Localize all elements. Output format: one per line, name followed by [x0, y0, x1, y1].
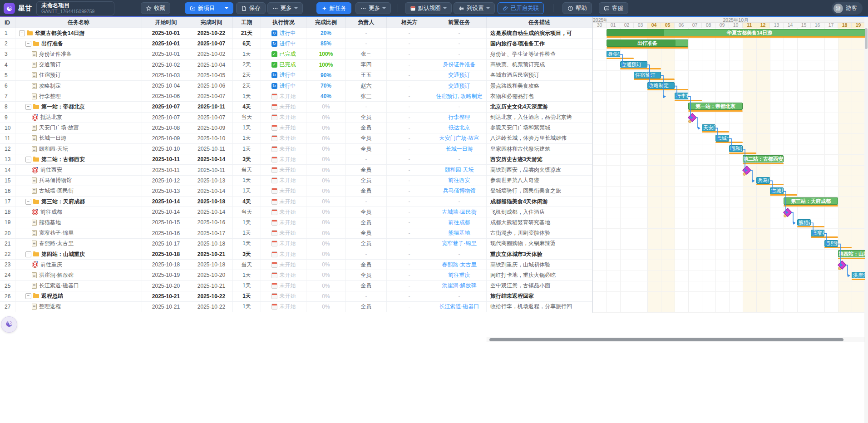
horizontal-scrollbar-thumb[interactable] [489, 338, 843, 341]
predecessor-link[interactable]: 抵达北京 [449, 124, 470, 132]
predecessor-link[interactable]: 长城一日游 [446, 145, 473, 153]
day-header-15[interactable]: 15 [797, 23, 811, 28]
predecessor-link[interactable]: 长江索道·磁器口 [439, 303, 479, 310]
predecessor-link[interactable]: 古城墙·回民街 [442, 208, 477, 216]
column-header-0[interactable]: ID [0, 17, 15, 28]
horizontal-scrollbar[interactable] [487, 337, 864, 342]
gantt-summary-bar[interactable]: 第一站：帝都北京 [688, 103, 743, 110]
table-row[interactable]: 9抵达北京2025-10-072025-10-07当天未开始0%全员-行李整理到… [0, 113, 592, 123]
table-row[interactable]: 18前往成都2025-10-142025-10-14当天未开始0%全员-古城墙·… [0, 207, 592, 217]
collapse-toggle[interactable]: − [25, 104, 31, 110]
collapse-toggle[interactable]: − [25, 157, 31, 162]
day-header-09[interactable]: 09 [715, 23, 729, 28]
gantt-summary-bar[interactable]: 华夏古都美食14日游 [607, 29, 865, 36]
table-row[interactable]: 10天安门广场·故宫2025-10-082025-10-091天未开始0%全员-… [0, 123, 592, 133]
table-row[interactable]: 16古城墙·回民街2025-10-132025-10-141天未开始0%全员-兵… [0, 186, 592, 197]
gantt-task-bar[interactable]: 熊猫基地 [797, 219, 811, 226]
new-project-button[interactable]: 新项目 [185, 2, 233, 14]
theme-floating-button[interactable]: ☯ [1, 316, 17, 333]
support-button[interactable]: 客服 [599, 2, 628, 14]
link-toggle-button[interactable]: 已开启关联 [498, 2, 544, 14]
table-row[interactable]: 21春熙路·太古里2025-10-172025-10-181天未开始0%全员-宽… [0, 239, 592, 249]
gantt-task-bar[interactable]: 身份证件准备 [607, 51, 620, 58]
table-row[interactable]: 13−第二站：古都西安2025-10-112025-10-143天未开始0%--… [0, 154, 592, 165]
day-header-18[interactable]: 18 [838, 23, 852, 28]
day-header-07[interactable]: 07 [688, 23, 702, 28]
default-view-button[interactable]: 默认视图 [405, 2, 452, 14]
predecessor-link[interactable]: 前往成都 [449, 219, 470, 226]
user-menu[interactable]: 游 游客 [832, 2, 863, 15]
predecessor-link[interactable]: 身份证件准备 [443, 61, 476, 69]
table-row[interactable]: 6攻略制定2025-10-042025-10-062天↻进行中70%赵六-交通预… [0, 81, 592, 91]
collapse-toggle[interactable]: − [25, 41, 31, 47]
predecessor-link[interactable]: 交通预订 [449, 71, 470, 79]
column-header-7[interactable]: 负责人 [346, 17, 387, 28]
gantt-task-bar[interactable]: 兵马俑博物馆 [756, 177, 770, 184]
app-logo-icon[interactable]: ☯ [4, 3, 15, 14]
help-button[interactable]: ? 帮助 [562, 2, 592, 14]
more-button-1[interactable]: 更多 [267, 2, 303, 14]
day-header-01[interactable]: 01 [607, 23, 620, 28]
predecessor-link[interactable]: 前往重庆 [449, 271, 470, 279]
table-row[interactable]: 11长城一日游2025-10-092025-10-101天未开始0%全员-天安门… [0, 133, 592, 144]
day-header-17[interactable]: 17 [824, 23, 838, 28]
table-row[interactable]: 26−返程总结2025-10-212025-10-221天未开始0%---旅行结… [0, 291, 592, 302]
column-header-6[interactable]: 完成比例 [306, 17, 346, 28]
gantt-summary-bar[interactable]: 第四站：山城重庆 [838, 250, 865, 257]
collapse-toggle[interactable]: − [25, 199, 31, 205]
table-row[interactable]: 24洪崖洞·解放碑2025-10-192025-10-201天未开始0%全员-前… [0, 270, 592, 280]
table-row[interactable]: 22−第四站：山城重庆2025-10-182025-10-213天未开始0%--… [0, 249, 592, 260]
predecessor-link[interactable]: 熊猫基地 [449, 229, 470, 237]
table-row[interactable]: 14前往西安2025-10-112025-10-11当天未开始0%全员-颐和园·… [0, 165, 592, 175]
collapse-toggle[interactable]: − [25, 251, 31, 257]
project-name-box[interactable]: 未命名项目 GANTT_1764415099759 [36, 1, 114, 15]
predecessor-link[interactable]: 春熙路·太古里 [442, 261, 477, 269]
favorite-button[interactable]: 收藏 [141, 2, 170, 14]
table-row[interactable]: 8−第一站：帝都北京2025-10-072025-10-114天未开始0%---… [0, 102, 592, 112]
gantt-task-bar[interactable]: 住宿预订 [634, 72, 661, 79]
table-row[interactable]: 25长江索道·磁器口2025-10-202025-10-211天未开始0%全员-… [0, 281, 592, 291]
gantt-summary-bar[interactable]: 出行准备 [607, 39, 688, 47]
table-row[interactable]: 23前往重庆2025-10-182025-10-18当天未开始0%全员-春熙路·… [0, 260, 592, 270]
gantt-task-bar[interactable]: 宽窄巷子·锦里 [811, 230, 824, 236]
day-header-03[interactable]: 03 [634, 23, 647, 28]
gantt-task-bar[interactable]: 行李整理 [675, 93, 688, 99]
table-row[interactable]: 12颐和园·天坛2025-10-102025-10-111天未开始0%全员-长城… [0, 144, 592, 154]
gantt-task-bar[interactable]: 天安门广场·故宫 [702, 124, 715, 131]
table-row[interactable]: 4交通预订2025-10-022025-10-042天✓已完成100%李四-身份… [0, 60, 592, 70]
column-header-9[interactable]: 前置任务 [432, 17, 487, 28]
day-header-11[interactable]: 11 [743, 23, 756, 28]
more-button-2[interactable]: 更多 [355, 2, 391, 14]
day-header-05[interactable]: 05 [661, 23, 675, 28]
collapse-toggle[interactable]: − [25, 293, 31, 299]
day-header-13[interactable]: 13 [770, 23, 784, 28]
table-row[interactable]: 20宽窄巷子·锦里2025-10-162025-10-171天未开始0%全员-熊… [0, 228, 592, 239]
column-header-4[interactable]: 工期 [233, 17, 261, 28]
gantt-task-bar[interactable]: 洪崖洞·解放碑 [852, 272, 865, 279]
column-settings-button[interactable]: 列设置 [454, 2, 495, 14]
vertical-scrollbar-thumb[interactable] [865, 28, 868, 49]
day-header-06[interactable]: 06 [675, 23, 688, 28]
table-row[interactable]: 5住宿预订2025-10-032025-10-052天↻进行中90%王五-交通预… [0, 70, 592, 81]
predecessor-link[interactable]: 洪崖洞·解放碑 [442, 282, 477, 290]
project-title[interactable]: 未命名项目 [41, 3, 109, 9]
day-header-30[interactable]: 30 [593, 23, 607, 28]
table-row[interactable]: 3身份证件准备2025-10-012025-10-021天✓已完成100%张三-… [0, 49, 592, 59]
day-header-10[interactable]: 10 [729, 23, 743, 28]
table-row[interactable]: 19熊猫基地2025-10-152025-10-161天未开始0%全员-前往成都… [0, 217, 592, 228]
column-header-8[interactable]: 相关方 [387, 17, 432, 28]
day-header-19[interactable]: 19 [852, 23, 865, 28]
day-header-08[interactable]: 08 [702, 23, 715, 28]
day-header-12[interactable]: 12 [756, 23, 770, 28]
save-button[interactable]: 保存 [236, 2, 266, 14]
predecessor-link[interactable]: 前往西安 [449, 177, 470, 184]
predecessor-link[interactable]: 交通预订 [449, 82, 470, 90]
column-header-3[interactable]: 完成时间 [190, 17, 233, 28]
day-header-02[interactable]: 02 [620, 23, 634, 28]
gantt-task-bar[interactable]: 交通预订 [620, 61, 647, 68]
gantt-task-bar[interactable]: 春熙路·太古里 [824, 240, 838, 247]
predecessor-link[interactable]: 宽窄巷子·锦里 [442, 240, 477, 247]
day-header-04[interactable]: 04 [647, 23, 661, 28]
collapse-toggle[interactable]: − [19, 30, 25, 36]
gantt-summary-bar[interactable]: 第二站：古都西安 [743, 155, 784, 162]
